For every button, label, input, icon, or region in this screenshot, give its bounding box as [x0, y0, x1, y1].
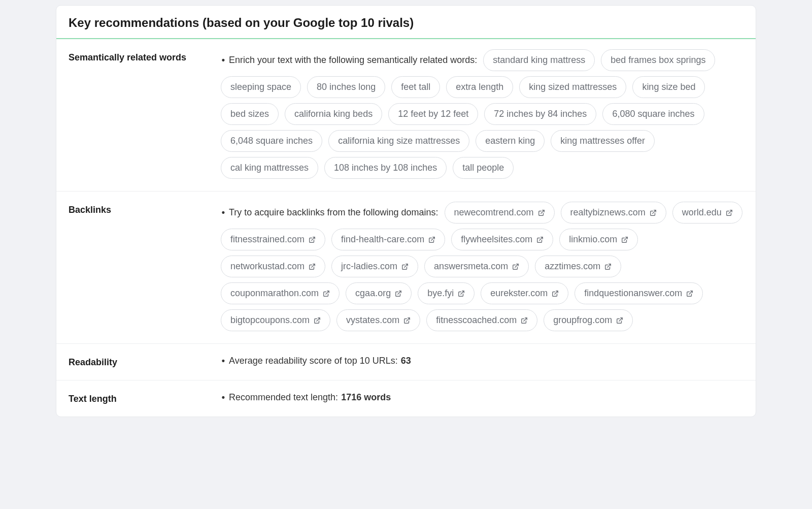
bullet-icon: • [221, 206, 226, 219]
text-length-value: 1716 words [341, 391, 391, 404]
keyword-pill[interactable]: california king size mattresses [328, 130, 469, 152]
backlink-domain-label: groupfrog.com [553, 313, 612, 327]
external-link-icon [686, 290, 693, 297]
keyword-pill[interactable]: 72 inches by 84 inches [484, 103, 596, 125]
section-lead-text: • Average readability score of top 10 UR… [221, 354, 411, 368]
section-semantic-words: Semantically related words • Enrich your… [56, 39, 756, 192]
section-lead-text: • Recommended text length: 1716 words [221, 391, 391, 404]
backlink-domain-label: jrc-ladies.com [341, 260, 397, 273]
external-link-icon [552, 290, 559, 297]
backlink-domain-label: newecomtrend.com [454, 206, 534, 219]
backlink-pill[interactable]: bye.fyi [418, 282, 475, 304]
keyword-pill[interactable]: tall people [453, 157, 514, 179]
svg-line-18 [524, 317, 527, 321]
bullet-icon: • [221, 53, 226, 67]
external-link-icon [395, 290, 402, 297]
keyword-pill[interactable]: sleeping space [221, 76, 301, 98]
backlink-pill[interactable]: networkustad.com [221, 256, 325, 277]
backlink-pill[interactable]: groupfrog.com [544, 309, 633, 331]
backlink-pill[interactable]: couponmarathon.com [221, 282, 340, 304]
section-label: Readability [69, 354, 221, 368]
panel-header: Key recommendations (based on your Googl… [56, 6, 756, 39]
backlink-pill[interactable]: fitnesscoached.com [426, 309, 537, 331]
external-link-icon [604, 263, 612, 270]
keyword-pill[interactable]: 6,048 square inches [221, 130, 322, 152]
keyword-pill[interactable]: standard king mattress [483, 49, 595, 71]
external-link-icon [621, 236, 628, 243]
keyword-pill[interactable]: 108 inches by 108 inches [324, 157, 447, 179]
section-readability: Readability • Average readability score … [56, 344, 756, 380]
backlink-pill[interactable]: fitnesstrained.com [221, 229, 325, 250]
svg-line-2 [729, 210, 732, 213]
keyword-pill[interactable]: king sized mattresses [519, 76, 626, 98]
backlink-pill[interactable]: realtybiznews.com [561, 202, 666, 224]
svg-line-8 [404, 264, 408, 267]
backlink-pill[interactable]: linkmio.com [559, 229, 638, 250]
svg-line-14 [555, 291, 558, 294]
external-link-icon [309, 236, 316, 243]
svg-line-13 [461, 291, 464, 294]
section-body: • Recommended text length: 1716 words [221, 391, 743, 404]
backlink-domain-label: linkmio.com [569, 233, 617, 246]
readability-score-value: 63 [401, 354, 411, 368]
keyword-pill[interactable]: california king beds [285, 103, 382, 125]
backlink-domain-label: azztimes.com [545, 260, 600, 273]
keyword-pill[interactable]: 80 inches long [307, 76, 385, 98]
bullet-icon: • [221, 391, 226, 404]
backlink-domain-label: couponmarathon.com [230, 287, 319, 300]
section-label: Backlinks [69, 202, 221, 215]
keyword-pill[interactable]: 12 feet by 12 feet [388, 103, 478, 125]
backlink-pill[interactable]: cgaa.org [346, 282, 412, 304]
backlink-pill[interactable]: bigtopcoupons.com [221, 309, 330, 331]
external-link-icon [536, 236, 544, 243]
external-link-icon [309, 263, 316, 270]
keyword-pill[interactable]: extra length [446, 76, 513, 98]
svg-line-12 [398, 291, 401, 294]
panel-title: Key recommendations (based on your Googl… [69, 16, 743, 30]
section-text-length: Text length • Recommended text length: 1… [56, 380, 756, 417]
svg-line-7 [312, 264, 315, 267]
external-link-icon [650, 209, 657, 216]
backlink-domain-label: findquestionanswer.com [584, 287, 682, 300]
keyword-pill[interactable]: eastern king [476, 130, 545, 152]
external-link-icon [428, 236, 435, 243]
backlink-pill[interactable]: answersmeta.com [424, 256, 529, 277]
section-lead-text: • Try to acquire backlinks from the foll… [221, 206, 438, 219]
external-link-icon [538, 209, 545, 216]
backlink-pill[interactable]: flywheelsites.com [451, 229, 553, 250]
svg-line-17 [407, 317, 410, 321]
external-link-icon [314, 317, 321, 324]
backlink-domain-label: networkustad.com [230, 260, 304, 273]
backlink-pill[interactable]: jrc-ladies.com [331, 256, 418, 277]
svg-line-15 [689, 291, 692, 294]
backlink-domain-label: world.edu [682, 206, 722, 219]
backlink-domain-label: bye.fyi [427, 287, 454, 300]
external-link-icon [458, 290, 465, 297]
keyword-pill[interactable]: bed frames box springs [601, 49, 715, 71]
backlink-domain-label: answersmeta.com [434, 260, 508, 273]
keyword-pill[interactable]: king mattresses offer [551, 130, 655, 152]
backlink-pill[interactable]: find-health-care.com [331, 229, 445, 250]
section-backlinks: Backlinks • Try to acquire backlinks fro… [56, 192, 756, 344]
svg-line-1 [652, 210, 655, 213]
external-link-icon [323, 290, 330, 297]
keyword-pill[interactable]: king size bed [632, 76, 705, 98]
external-link-icon [616, 317, 623, 324]
keyword-pill[interactable]: cal king mattresses [221, 157, 318, 179]
backlink-pill[interactable]: eurekster.com [481, 282, 568, 304]
external-link-icon [512, 263, 519, 270]
svg-line-11 [326, 291, 329, 294]
section-label: Text length [69, 391, 221, 404]
backlink-pill[interactable]: vystates.com [336, 309, 420, 331]
backlink-pill[interactable]: world.edu [672, 202, 742, 224]
backlink-pill[interactable]: newecomtrend.com [445, 202, 555, 224]
backlink-pill[interactable]: findquestionanswer.com [574, 282, 703, 304]
keyword-pill[interactable]: 6,080 square inches [602, 103, 704, 125]
backlink-domain-label: fitnesscoached.com [436, 313, 517, 327]
keyword-pill[interactable]: feet tall [391, 76, 440, 98]
keyword-pill[interactable]: bed sizes [221, 103, 279, 125]
backlink-pill[interactable]: azztimes.com [535, 256, 621, 277]
svg-line-9 [515, 264, 518, 267]
external-link-icon [726, 209, 733, 216]
svg-line-5 [539, 237, 543, 240]
